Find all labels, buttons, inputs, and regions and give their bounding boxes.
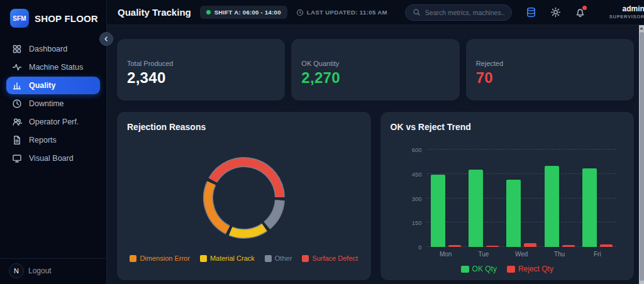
sidebar-collapse-button[interactable] xyxy=(99,32,113,46)
search-bar xyxy=(405,4,512,21)
bar-reject-qty-thu[interactable] xyxy=(562,245,575,247)
bar-reject-qty-mon[interactable] xyxy=(448,245,461,247)
stat-card-ok-quantity: OK Quantity2,270 xyxy=(291,39,459,101)
bar-group-fri xyxy=(579,150,616,247)
y-axis-tick: 150 xyxy=(398,219,422,226)
scrollbar-thumb[interactable] xyxy=(640,32,644,281)
legend-label: Material Crack xyxy=(210,254,255,262)
chart-title: Rejection Reasons xyxy=(127,112,361,132)
brand-name: SHOP FLOOR xyxy=(35,13,98,24)
legend-item-dimension-error[interactable]: Dimension Error xyxy=(130,254,189,262)
database-icon[interactable] xyxy=(526,7,536,18)
rejection-reasons-card: Rejection Reasons Dimension ErrorMateria… xyxy=(117,112,371,280)
brand: SFM SHOP FLOOR xyxy=(0,0,106,35)
bar-chart-x-labels: MonTueWedThuFri xyxy=(427,251,617,258)
monitor-icon xyxy=(12,153,22,163)
search-icon xyxy=(413,8,421,16)
legend-label: Other xyxy=(275,254,292,262)
shift-badge: SHIFT A: 06:00 - 14:00 xyxy=(200,6,287,19)
chart-title: OK vs Reject Trend xyxy=(391,112,625,132)
bar-ok-qty-fri[interactable] xyxy=(582,168,597,247)
bar-group-thu xyxy=(540,150,578,247)
bar-ok-qty-tue[interactable] xyxy=(469,170,483,247)
sidebar-item-downtime[interactable]: Downtime xyxy=(6,95,100,112)
chevron-left-icon xyxy=(103,35,110,43)
legend-item-material-crack[interactable]: Material Crack xyxy=(200,254,255,262)
sidebar-item-machine-status[interactable]: Machine Status xyxy=(6,58,100,76)
sidebar: SFM SHOP FLOOR DashboardMachine StatusQu… xyxy=(0,0,107,284)
legend-item-reject-qty[interactable]: Reject Qty xyxy=(507,265,553,273)
x-axis-label: Tue xyxy=(465,251,502,258)
report-icon xyxy=(12,135,22,145)
legend-label: Surface Defect xyxy=(312,254,358,262)
x-axis-label: Thu xyxy=(540,251,578,258)
sidebar-item-label: Dashboard xyxy=(29,45,67,53)
scrollbar-up-arrow[interactable] xyxy=(639,25,644,31)
user-name: admin xyxy=(609,4,644,14)
stat-label: Rejected xyxy=(476,60,624,67)
app-root: SFM SHOP FLOOR DashboardMachine StatusQu… xyxy=(0,0,644,284)
user-role: SUPERVISOR xyxy=(609,14,644,19)
bar-group-wed xyxy=(502,150,540,247)
shift-badge-label: SHIFT A: 06:00 - 14:00 xyxy=(214,9,281,16)
page-scrollbar xyxy=(639,25,644,284)
legend-item-other[interactable]: Other xyxy=(265,254,292,262)
donut-slice-other[interactable] xyxy=(267,200,279,226)
main-column: Quality Tracking SHIFT A: 06:00 - 14:00 … xyxy=(107,0,644,284)
logout-icon: N xyxy=(9,263,24,278)
bar-ok-qty-wed[interactable] xyxy=(506,180,521,247)
sidebar-item-label: Downtime xyxy=(29,99,64,108)
y-axis-tick: 0 xyxy=(398,244,422,251)
legend-item-surface-defect[interactable]: Surface Defect xyxy=(302,254,358,262)
last-updated: LAST UPDATED: 11:05 AM xyxy=(296,9,387,16)
ok-vs-reject-trend-card: OK vs Reject Trend 0150300450600 MonTueW… xyxy=(380,112,635,280)
stat-cards-row: Total Produced2,340OK Quantity2,270Rejec… xyxy=(117,39,634,101)
shift-status-dot xyxy=(206,10,211,14)
bar-ok-qty-mon[interactable] xyxy=(431,175,445,247)
x-axis-label: Mon xyxy=(427,251,465,258)
bar-chart-legend: OK QtyReject Qty xyxy=(391,265,625,273)
sidebar-item-label: Reports xyxy=(29,136,57,145)
stat-value: 70 xyxy=(476,69,624,87)
bar-group-tue xyxy=(465,150,502,247)
notifications-bell-icon[interactable] xyxy=(575,7,586,18)
top-bar: Quality Tracking SHIFT A: 06:00 - 14:00 … xyxy=(107,0,644,25)
stat-label: Total Produced xyxy=(127,60,275,67)
y-axis-tick: 450 xyxy=(398,170,422,177)
stat-card-total-produced: Total Produced2,340 xyxy=(117,39,285,101)
legend-label: Dimension Error xyxy=(140,254,189,262)
activity-icon xyxy=(12,62,22,72)
x-axis-label: Wed xyxy=(502,251,540,258)
sidebar-nav: DashboardMachine StatusQualityDowntimeOp… xyxy=(0,40,106,168)
clock-icon xyxy=(296,9,304,16)
legend-label: Reject Qty xyxy=(518,265,553,273)
charts-row: Rejection Reasons Dimension ErrorMateria… xyxy=(117,112,634,280)
y-axis-tick: 600 xyxy=(398,146,422,153)
bar-reject-qty-tue[interactable] xyxy=(486,246,499,247)
bar-group-mon xyxy=(427,150,465,247)
bar-chart-icon xyxy=(12,80,22,90)
search-input[interactable] xyxy=(425,9,504,16)
theme-toggle-sun-icon[interactable] xyxy=(550,7,561,18)
brand-logo: SFM xyxy=(10,9,29,28)
bar-ok-qty-thu[interactable] xyxy=(545,166,559,247)
legend-label: OK Qty xyxy=(472,265,497,273)
legend-swatch xyxy=(302,255,309,262)
sidebar-item-dashboard[interactable]: Dashboard xyxy=(6,40,100,58)
bar-reject-qty-fri[interactable] xyxy=(600,244,613,247)
page-title: Quality Tracking xyxy=(118,7,191,18)
content: Total Produced2,340OK Quantity2,270Rejec… xyxy=(107,25,644,284)
notification-dot xyxy=(582,6,587,10)
bar-reject-qty-wed[interactable] xyxy=(524,243,536,247)
donut-legend: Dimension ErrorMaterial CrackOtherSurfac… xyxy=(127,254,361,262)
sidebar-item-quality[interactable]: Quality xyxy=(6,77,100,94)
logout-button[interactable]: N Logout xyxy=(9,263,99,278)
sidebar-item-reports[interactable]: Reports xyxy=(6,131,100,149)
legend-item-ok-qty[interactable]: OK Qty xyxy=(461,265,497,273)
sidebar-item-operator-perf[interactable]: Operator Perf. xyxy=(6,113,100,131)
bar-chart-plot: 0150300450600 xyxy=(427,150,617,247)
donut-chart xyxy=(127,145,361,251)
legend-swatch xyxy=(461,266,469,273)
sidebar-item-visual-board[interactable]: Visual Board xyxy=(6,150,100,167)
sidebar-item-label: Quality xyxy=(29,81,55,90)
